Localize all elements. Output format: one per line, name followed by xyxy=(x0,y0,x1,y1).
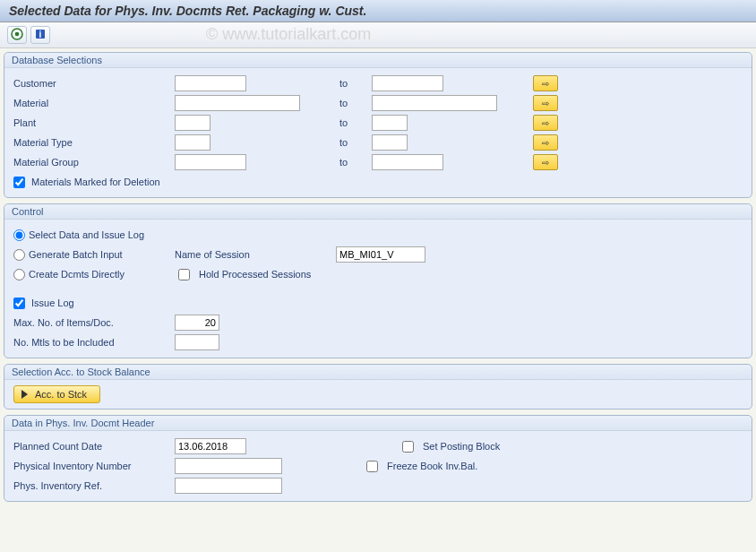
toolbar: i xyxy=(0,22,756,48)
label-freeze: Freeze Book Inv.Bal. xyxy=(387,461,477,471)
mattype-from-input[interactable] xyxy=(175,134,210,151)
multiselect-icon: ⇨ xyxy=(542,99,549,108)
plant-to-input[interactable] xyxy=(372,115,408,131)
group-control: Control Select Data and Issue Log Genera… xyxy=(4,203,752,358)
group-title-header: Data in Phys. Inv. Docmt Header xyxy=(4,416,752,431)
label-no-mtls: No. Mtls to be Included xyxy=(13,337,175,348)
group-title-control: Control xyxy=(4,204,752,220)
pi-ref-input[interactable] xyxy=(175,478,282,494)
material-multiselect-button[interactable]: ⇨ xyxy=(533,95,558,111)
marked-deletion-checkbox[interactable] xyxy=(13,177,25,188)
issue-log-checkbox[interactable] xyxy=(13,298,25,309)
hold-sessions-checkbox[interactable] xyxy=(178,269,190,280)
plant-multiselect-button[interactable]: ⇨ xyxy=(533,115,558,131)
set-posting-checkbox[interactable] xyxy=(402,441,414,453)
material-from-input[interactable] xyxy=(175,95,300,111)
label-customer: Customer xyxy=(13,78,175,89)
freeze-checkbox[interactable] xyxy=(366,461,378,472)
radio-create-docs[interactable] xyxy=(13,269,25,280)
label-opt3: Create Dcmts Directly xyxy=(29,269,125,280)
multiselect-icon: ⇨ xyxy=(542,118,549,128)
execute-icon xyxy=(11,28,23,42)
to-plant: to xyxy=(336,117,372,128)
session-name-input[interactable] xyxy=(336,246,425,263)
multiselect-icon: ⇨ xyxy=(542,138,549,148)
label-issue-log: Issue Log xyxy=(31,298,74,308)
acc-to-stock-button[interactable]: Acc. to Stck xyxy=(13,385,100,403)
plant-from-input[interactable] xyxy=(175,115,210,131)
material-to-input[interactable] xyxy=(372,95,497,111)
label-opt2: Generate Batch Input xyxy=(29,249,123,260)
mattype-multiselect-button[interactable]: ⇨ xyxy=(533,134,558,151)
label-plant: Plant xyxy=(13,117,175,128)
customer-to-input[interactable] xyxy=(372,75,443,91)
multiselect-icon: ⇨ xyxy=(542,79,549,89)
to-matgroup: to xyxy=(336,157,372,168)
group-stock: Selection Acc. to Stock Balance Acc. to … xyxy=(4,364,752,410)
label-material-type: Material Type xyxy=(13,137,175,148)
acc-to-stock-label: Acc. to Stck xyxy=(35,389,87,400)
label-marked-deletion: Materials Marked for Deletion xyxy=(31,177,160,187)
no-mtls-input[interactable] xyxy=(175,334,219,350)
label-pi-ref: Phys. Inventory Ref. xyxy=(13,480,175,491)
matgroup-to-input[interactable] xyxy=(372,154,443,170)
customer-multiselect-button[interactable]: ⇨ xyxy=(533,75,558,91)
radio-select-data[interactable] xyxy=(13,229,25,241)
label-hold: Hold Processed Sessions xyxy=(199,269,311,280)
label-planned-date: Planned Count Date xyxy=(13,441,175,452)
svg-text:i: i xyxy=(39,30,42,39)
play-icon xyxy=(21,390,28,399)
to-customer: to xyxy=(336,78,372,89)
label-session: Name of Session xyxy=(175,249,336,260)
planned-date-input[interactable] xyxy=(175,438,246,454)
to-mattype: to xyxy=(336,137,372,148)
label-pi-number: Physical Inventory Number xyxy=(13,461,175,471)
svg-point-1 xyxy=(15,32,20,37)
group-title-db: Database Selections xyxy=(4,53,752,68)
label-set-posting: Set Posting Block xyxy=(423,441,500,452)
customer-from-input[interactable] xyxy=(175,75,246,91)
group-title-stock: Selection Acc. to Stock Balance xyxy=(4,365,752,380)
info-icon: i xyxy=(34,28,47,42)
execute-button[interactable] xyxy=(7,26,27,44)
info-button[interactable]: i xyxy=(30,26,50,44)
multiselect-icon: ⇨ xyxy=(542,158,549,168)
to-material: to xyxy=(336,98,372,108)
radio-batch-input[interactable] xyxy=(13,249,25,261)
matgroup-multiselect-button[interactable]: ⇨ xyxy=(533,154,558,170)
label-material: Material xyxy=(13,98,175,108)
max-items-input[interactable] xyxy=(175,315,219,331)
page-title: Selected Data for Phys. Inv. Docmts Ret.… xyxy=(0,0,756,22)
mattype-to-input[interactable] xyxy=(372,134,408,151)
group-header: Data in Phys. Inv. Docmt Header Planned … xyxy=(4,415,752,502)
label-material-group: Material Group xyxy=(13,157,175,168)
group-database-selections: Database Selections Customer to ⇨ Materi… xyxy=(4,52,752,198)
pi-number-input[interactable] xyxy=(175,458,282,474)
label-opt1: Select Data and Issue Log xyxy=(29,229,144,240)
matgroup-from-input[interactable] xyxy=(175,154,246,170)
label-max-items: Max. No. of Items/Doc. xyxy=(13,317,175,328)
